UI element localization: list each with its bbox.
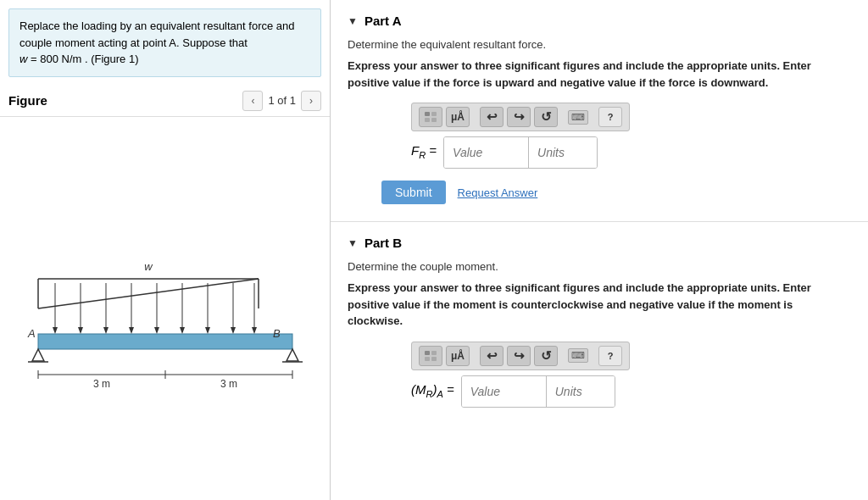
part-b-label-suffix: A [437, 389, 442, 399]
part-b-note: Express your answer to three significant… [348, 280, 851, 330]
figure-nav: Figure ‹ 1 of 1 › [0, 86, 330, 117]
figure-diagram: w [21, 224, 309, 393]
svg-text:w: w [144, 260, 153, 273]
problem-text-line2: couple moment acting at point A. Suppose… [19, 36, 248, 49]
svg-text:A: A [27, 327, 36, 340]
svg-marker-12 [129, 327, 134, 334]
svg-marker-20 [231, 327, 236, 334]
part-a-note: Express your answer to three significant… [348, 58, 851, 91]
part-a-toolbar: μÅ ↩ ↪ ↺ ⌨ ? [411, 103, 630, 131]
part-a-redo-btn[interactable]: ↪ [507, 107, 531, 127]
svg-rect-37 [425, 112, 430, 116]
part-a-units-input[interactable] [529, 137, 597, 168]
part-a-refresh-btn[interactable]: ↺ [534, 107, 558, 127]
part-b-refresh-btn[interactable]: ↺ [534, 346, 558, 366]
part-a-label: FR = [411, 143, 437, 160]
part-b-title: Part B [364, 236, 402, 250]
part-b-units-input[interactable] [547, 376, 615, 407]
left-panel: Replace the loading by an equivalent res… [0, 0, 331, 500]
part-a-value-input[interactable] [444, 137, 529, 168]
problem-statement: Replace the loading by an equivalent res… [8, 8, 321, 77]
part-a-input-container [443, 136, 598, 169]
next-button[interactable]: › [301, 91, 321, 111]
nav-controls: ‹ 1 of 1 › [242, 91, 321, 111]
part-b-input-row: (MR)A = [411, 374, 851, 408]
prev-button[interactable]: ‹ [242, 91, 263, 111]
svg-rect-41 [425, 351, 430, 355]
part-b-value-input[interactable] [462, 376, 547, 407]
figure-area: w [0, 117, 330, 501]
part-b-input-group: μÅ ↩ ↪ ↺ ⌨ ? (MR)A = [411, 342, 851, 408]
part-b-section: ▼ Part B Determine the couple moment. Ex… [331, 222, 868, 425]
figure-label: Figure [8, 93, 242, 108]
svg-rect-39 [425, 118, 430, 122]
svg-rect-0 [38, 334, 292, 349]
part-a-section: ▼ Part A Determine the equivalent result… [331, 0, 868, 222]
part-b-toolbar: μÅ ↩ ↪ ↺ ⌨ ? [411, 342, 630, 370]
part-a-collapse-icon[interactable]: ▼ [348, 15, 358, 27]
part-a-submit-button[interactable]: Submit [381, 181, 446, 204]
problem-text-line3: w = 800 N/m . (Figure 1) [19, 53, 139, 65]
svg-text:B: B [273, 327, 281, 340]
part-a-label-sub: R [419, 150, 426, 160]
problem-text-line1: Replace the loading by an equivalent res… [19, 19, 295, 32]
svg-line-23 [38, 279, 259, 308]
part-b-instruction: Determine the couple moment. [348, 260, 851, 273]
part-a-mu-btn[interactable]: μÅ [446, 107, 470, 127]
svg-marker-8 [78, 327, 83, 334]
part-b-mu-btn[interactable]: μÅ [446, 346, 470, 366]
part-b-input-container [461, 375, 615, 408]
svg-text:3 m: 3 m [220, 378, 236, 390]
svg-marker-25 [32, 349, 44, 361]
svg-rect-44 [431, 357, 437, 361]
part-a-undo-btn[interactable]: ↩ [480, 107, 504, 127]
part-a-matrix-btn[interactable] [419, 107, 442, 127]
svg-rect-40 [431, 118, 437, 122]
part-b-label-sub: R [426, 389, 433, 399]
svg-rect-42 [431, 351, 437, 355]
part-b-label: (MR)A = [411, 382, 454, 399]
part-a-request-answer-button[interactable]: Request Answer [458, 186, 538, 199]
part-b-help-btn[interactable]: ? [598, 346, 622, 366]
part-b-keyboard-btn[interactable]: ⌨ [568, 348, 588, 363]
part-b-matrix-btn[interactable] [419, 346, 442, 366]
part-a-header: ▼ Part A [348, 14, 851, 28]
part-b-redo-btn[interactable]: ↪ [507, 346, 531, 366]
svg-rect-38 [431, 112, 437, 116]
part-a-input-group: μÅ ↩ ↪ ↺ ⌨ ? FR = [411, 103, 851, 169]
svg-marker-18 [205, 327, 210, 334]
svg-marker-14 [154, 327, 159, 334]
part-b-collapse-icon[interactable]: ▼ [348, 237, 358, 249]
part-a-input-row: FR = [411, 135, 851, 169]
part-a-instruction: Determine the equivalent resultant force… [348, 38, 851, 51]
svg-marker-10 [103, 327, 108, 334]
part-a-title: Part A [364, 14, 402, 28]
part-b-header: ▼ Part B [348, 236, 851, 250]
svg-rect-43 [425, 357, 430, 361]
svg-marker-6 [53, 327, 58, 334]
part-a-help-btn[interactable]: ? [598, 107, 622, 127]
svg-marker-22 [252, 327, 257, 334]
svg-marker-16 [180, 327, 185, 334]
page-indicator: 1 of 1 [268, 94, 296, 107]
part-a-submit-row: Submit Request Answer [381, 181, 851, 204]
part-b-undo-btn[interactable]: ↩ [480, 346, 504, 366]
svg-text:3 m: 3 m [92, 378, 109, 390]
right-panel: ▼ Part A Determine the equivalent result… [331, 0, 868, 500]
part-a-keyboard-btn[interactable]: ⌨ [568, 110, 588, 125]
svg-marker-28 [287, 349, 298, 361]
